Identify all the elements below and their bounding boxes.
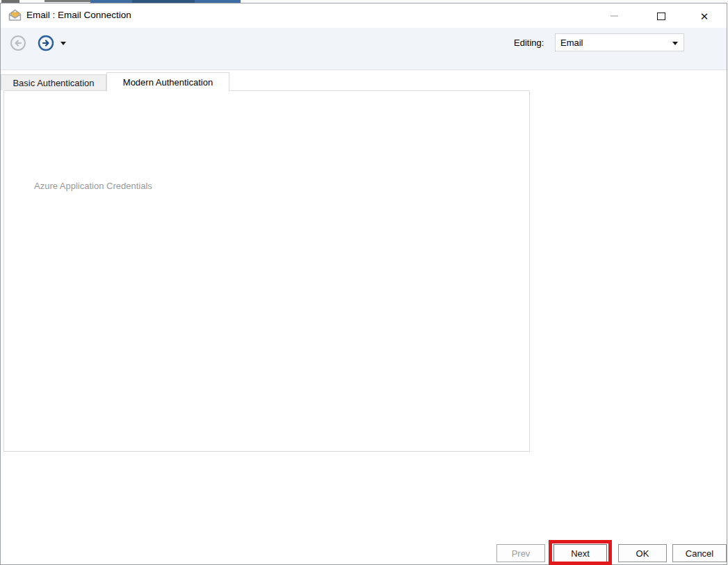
next-button[interactable]: Next — [553, 544, 607, 562]
editing-dropdown-value: Email — [560, 38, 583, 48]
background-active-tab-strip — [90, 0, 241, 3]
tab-label: Basic Authentication — [13, 78, 94, 88]
close-button[interactable]: ✕ — [689, 6, 720, 26]
forward-menu-caret-icon[interactable] — [60, 42, 66, 45]
maximize-button[interactable] — [646, 6, 677, 26]
background-app-strip — [0, 0, 728, 3]
tab-basic-authentication[interactable]: Basic Authentication — [1, 74, 106, 90]
cancel-button[interactable]: Cancel — [672, 544, 727, 562]
prev-button[interactable]: Prev — [496, 544, 545, 562]
tab-label: Modern Authentication — [123, 77, 213, 88]
next-button-label: Next — [571, 548, 590, 559]
cancel-button-label: Cancel — [686, 548, 713, 559]
dialog-screen: Email : Email Connection ✕ Editing: — [0, 0, 728, 565]
prev-button-label: Prev — [512, 548, 531, 559]
maximize-icon — [657, 13, 665, 20]
background-decor — [1, 0, 19, 3]
forward-button[interactable] — [38, 35, 54, 51]
azure-credentials-group-title: Azure Application Credentials — [31, 181, 156, 191]
editing-label: Editing: — [514, 34, 544, 51]
window-title: Email : Email Connection — [26, 10, 131, 20]
ok-button-label: OK — [636, 548, 649, 559]
background-decor — [132, 0, 195, 3]
minimize-button[interactable] — [599, 6, 629, 26]
caret-down-icon — [672, 42, 678, 45]
toolbar: Editing: Email — [1, 28, 727, 70]
editing-dropdown[interactable]: Email — [555, 33, 684, 51]
close-icon: ✕ — [700, 11, 709, 22]
ok-button[interactable]: OK — [618, 544, 667, 562]
background-decor — [45, 0, 90, 2]
minimize-icon — [610, 15, 618, 17]
back-button[interactable] — [10, 35, 26, 51]
title-bar: Email : Email Connection ✕ — [1, 3, 727, 28]
email-envelope-icon — [8, 9, 22, 22]
tab-modern-authentication[interactable]: Modern Authentication — [106, 72, 229, 91]
tab-content-panel — [3, 90, 530, 452]
